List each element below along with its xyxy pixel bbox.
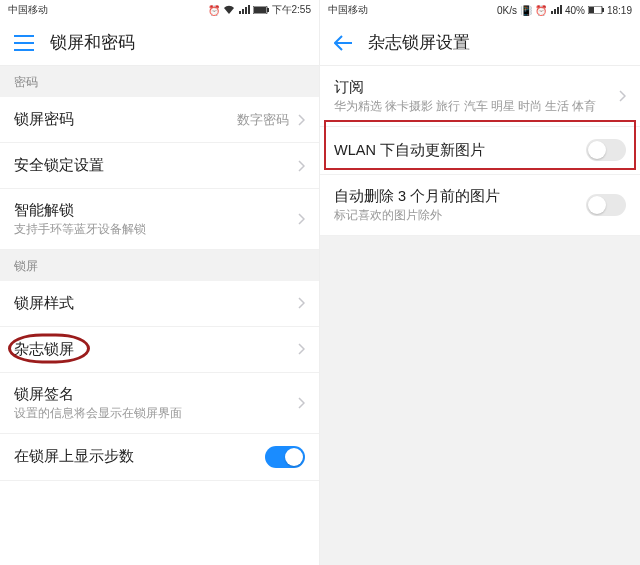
vibrate-icon: 📳 <box>520 5 532 16</box>
alarm-icon: ⏰ <box>535 5 547 16</box>
chevron-icon <box>297 114 305 126</box>
titlebar-left: 锁屏和密码 <box>0 20 319 66</box>
row-show-steps[interactable]: 在锁屏上显示步数 <box>0 434 319 481</box>
chevron-icon <box>297 213 305 225</box>
label-secure-lock: 安全锁定设置 <box>14 156 297 175</box>
section-password: 密码 <box>0 66 319 97</box>
label-wlan-update: WLAN 下自动更新图片 <box>334 141 586 160</box>
left-screen: 中国移动 ⏰ 下午2:55 锁屏和密码 密码 锁屏密码 数字密码 安全锁定设置 <box>0 0 320 565</box>
chevron-icon <box>297 297 305 309</box>
time-label: 下午2:55 <box>272 3 311 17</box>
label-smart-unlock: 智能解锁 <box>14 201 297 220</box>
label-lockscreen-style: 锁屏样式 <box>14 294 297 313</box>
statusbar-right: 中国移动 0K/s 📳 ⏰ 40% 18:19 <box>320 0 640 20</box>
sub-lock-signature: 设置的信息将会显示在锁屏界面 <box>14 406 297 421</box>
carrier-label: 中国移动 <box>8 3 48 17</box>
statusbar-left: 中国移动 ⏰ 下午2:55 <box>0 0 319 20</box>
signal-icon <box>550 5 562 15</box>
page-title: 杂志锁屏设置 <box>368 31 470 54</box>
section-lockscreen: 锁屏 <box>0 250 319 281</box>
toggle-auto-delete[interactable] <box>586 194 626 216</box>
svg-rect-2 <box>267 8 269 12</box>
sub-smart-unlock: 支持手环等蓝牙设备解锁 <box>14 222 297 237</box>
chevron-icon <box>297 397 305 409</box>
row-smart-unlock[interactable]: 智能解锁 支持手环等蓝牙设备解锁 <box>0 189 319 250</box>
sub-auto-delete: 标记喜欢的图片除外 <box>334 208 586 223</box>
row-lockscreen-style[interactable]: 锁屏样式 <box>0 281 319 327</box>
svg-rect-1 <box>254 7 266 13</box>
label-subscribe: 订阅 <box>334 78 618 97</box>
page-title: 锁屏和密码 <box>50 31 135 54</box>
carrier-label: 中国移动 <box>328 3 368 17</box>
menu-icon[interactable] <box>14 35 34 51</box>
row-magazine-lock[interactable]: 杂志锁屏 <box>0 327 319 373</box>
value-lock-password: 数字密码 <box>237 111 289 129</box>
row-subscribe[interactable]: 订阅 华为精选 徕卡摄影 旅行 汽车 明星 时尚 生活 体育 <box>320 66 640 127</box>
right-screen: 中国移动 0K/s 📳 ⏰ 40% 18:19 杂志锁屏设置 订阅 华为精选 徕… <box>320 0 640 565</box>
speed-label: 0K/s <box>497 5 517 16</box>
label-lock-signature: 锁屏签名 <box>14 385 297 404</box>
titlebar-right: 杂志锁屏设置 <box>320 20 640 66</box>
empty-area <box>320 236 640 565</box>
label-auto-delete: 自动删除 3 个月前的图片 <box>334 187 586 206</box>
wifi-icon <box>223 5 235 15</box>
battery-icon <box>253 6 269 14</box>
battery-label: 40% <box>565 5 585 16</box>
back-icon[interactable] <box>334 35 352 51</box>
chevron-icon <box>297 343 305 355</box>
signal-icon <box>238 5 250 15</box>
chevron-icon <box>618 90 626 102</box>
row-auto-delete[interactable]: 自动删除 3 个月前的图片 标记喜欢的图片除外 <box>320 175 640 236</box>
row-wlan-update[interactable]: WLAN 下自动更新图片 <box>320 127 640 175</box>
toggle-show-steps[interactable] <box>265 446 305 468</box>
label-show-steps: 在锁屏上显示步数 <box>14 447 265 466</box>
sub-subscribe: 华为精选 徕卡摄影 旅行 汽车 明星 时尚 生活 体育 <box>334 99 618 114</box>
alarm-icon: ⏰ <box>208 5 220 16</box>
svg-rect-4 <box>589 7 594 13</box>
time-label: 18:19 <box>607 5 632 16</box>
row-lock-password[interactable]: 锁屏密码 数字密码 <box>0 97 319 143</box>
chevron-icon <box>297 160 305 172</box>
label-lock-password: 锁屏密码 <box>14 110 237 129</box>
row-secure-lock[interactable]: 安全锁定设置 <box>0 143 319 189</box>
toggle-wlan-update[interactable] <box>586 139 626 161</box>
svg-rect-5 <box>602 8 604 12</box>
battery-icon <box>588 6 604 14</box>
row-lock-signature[interactable]: 锁屏签名 设置的信息将会显示在锁屏界面 <box>0 373 319 434</box>
label-magazine-lock: 杂志锁屏 <box>14 340 297 359</box>
